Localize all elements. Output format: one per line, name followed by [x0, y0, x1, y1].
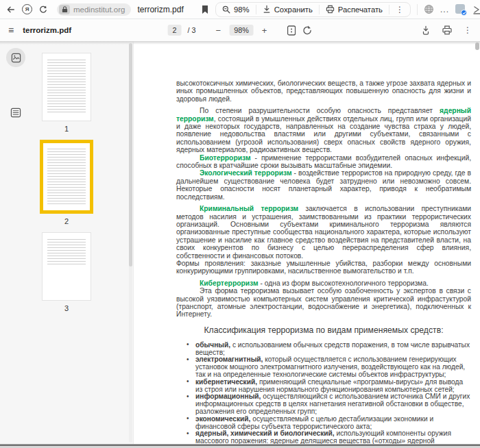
lock-icon — [62, 6, 68, 13]
outline-view-button[interactable] — [6, 103, 25, 122]
pdf-print-button[interactable] — [442, 25, 452, 35]
zoom-indicator-button[interactable]: 98% — [216, 3, 256, 16]
secure-lock-badge[interactable] — [59, 5, 70, 14]
bookmark-button[interactable] — [201, 5, 209, 14]
paragraph: Эта форма терроризма вызывает особую оза… — [176, 287, 471, 319]
text-segment: Биотерроризм — [200, 154, 251, 162]
pdf-download-button[interactable] — [421, 25, 431, 36]
domain-chip[interactable]: medinstitut.org — [57, 3, 131, 16]
page-actions-group: 98% Сохранить Распечатать ⋮ — [215, 2, 411, 17]
zoom-in-button[interactable]: + — [260, 25, 269, 36]
pdf-toolbar: ≡ terrorizm.pdf 2 / 3 − 98% + — [0, 19, 480, 41]
paragraph: Биотерроризм - применение террористами в… — [176, 154, 471, 170]
window-bottom-edge — [0, 444, 480, 448]
save-button[interactable]: Сохранить — [256, 3, 319, 16]
fit-page-button[interactable] — [287, 25, 296, 36]
extension-button[interactable] — [455, 4, 466, 14]
download-icon — [263, 5, 271, 14]
thumbnail-preview-lines — [47, 60, 86, 113]
rotate-icon — [302, 25, 312, 36]
browser-window: Я medinstitut.org terrorizm.pdf — [0, 0, 480, 448]
thumbnails-view-icon — [11, 53, 21, 63]
page-thumbnail[interactable] — [42, 53, 91, 121]
center-heading: Классификация терроризма по видам примен… — [176, 325, 471, 336]
pdf-menu-button[interactable]: ≡ — [8, 25, 14, 36]
text-segment: - одна из форм высокотехнологичного терр… — [259, 279, 429, 287]
bullet-item: экономический, осуществляемый с целью де… — [195, 416, 471, 431]
print-label: Распечатать — [338, 5, 383, 14]
paragraph: Формы проявления: заказные умышленные уб… — [176, 260, 471, 275]
fit-page-icon — [287, 25, 296, 36]
page-thumbnail[interactable] — [40, 140, 93, 214]
pdf-zoom-value[interactable]: 98% — [229, 25, 254, 36]
text-segment: обычный, — [195, 341, 230, 349]
bullet-item: электромагнитный, который осуществляется… — [195, 356, 471, 378]
save-label: Сохранить — [274, 5, 313, 14]
outline-view-icon — [10, 108, 21, 118]
pdf-content-area: 123 высокотоксичных химических, биологич… — [0, 41, 480, 448]
address-bar[interactable]: medinstitut.org terrorizm.pdf — [57, 3, 184, 16]
thumbnails-view-button[interactable] — [6, 48, 25, 67]
bookmark-flag-icon — [201, 5, 209, 14]
text-segment: ядерный, химический и биологический, — [195, 430, 335, 437]
text-segment: , состоящий в умышленных действиях отдел… — [176, 115, 471, 154]
magnifier-icon — [222, 5, 230, 14]
paragraph: Криминальный терроризм заключается в исп… — [176, 205, 471, 260]
pdf-page-view: высокотоксичных химических, биологически… — [134, 41, 480, 448]
thumbnail-wrap: 2 — [40, 140, 93, 232]
pdf-page-text: высокотоксичных химических, биологически… — [134, 41, 480, 448]
paragraph: высокотоксичных химических, биологически… — [176, 79, 471, 103]
refresh-icon — [38, 5, 48, 14]
text-segment: с использованием обычных средств поражен… — [195, 341, 470, 356]
text-segment: Экологический терроризм — [200, 169, 292, 177]
back-arrow-icon — [5, 5, 16, 14]
bullet-item: информационный, осуществляющийся с испол… — [195, 393, 471, 415]
text-segment: кибернетический, — [195, 378, 257, 386]
page-thumbnail[interactable] — [42, 232, 91, 301]
current-page-input[interactable]: 2 — [168, 25, 182, 36]
text-segment: заключается в использовании преступникам… — [176, 205, 471, 259]
sidebar-scrollbar-thumb[interactable] — [129, 43, 132, 266]
paragraph: Кибертерроризм - одна из форм высокотехн… — [176, 279, 471, 287]
rotate-button[interactable] — [302, 25, 312, 36]
sidebar-toggle-chevron-icon[interactable] — [472, 5, 480, 14]
refresh-button[interactable] — [38, 5, 48, 14]
pdf-printer-icon — [442, 25, 452, 35]
thumbnail-wrap: 3 — [42, 232, 91, 319]
thumbnail-page-number: 3 — [64, 304, 69, 312]
back-button[interactable] — [5, 5, 16, 14]
thumbnails-sidebar: 123 — [0, 41, 134, 448]
site-globe-button[interactable] — [424, 4, 434, 14]
print-button[interactable]: Распечатать — [320, 3, 389, 16]
pdf-more-button[interactable]: ⋮ — [464, 25, 472, 35]
toolbar-separator — [417, 4, 418, 15]
bullet-item: обычный, с использованием обычных средст… — [195, 342, 471, 357]
pdf-page-controls: 2 / 3 − 98% + — [168, 25, 313, 36]
text-segment: Формы проявления: заказные умышленные уб… — [176, 260, 471, 275]
paragraph: Экологический терроризм - воздействие те… — [176, 169, 471, 201]
more-extensions-button[interactable]: ... — [440, 5, 449, 14]
text-segment: Кибертерроризм — [200, 279, 259, 287]
text-segment: Эта форма терроризма вызывает особую оза… — [176, 287, 471, 318]
text-segment: По степени разрушительности особую опасн… — [200, 107, 440, 114]
printer-icon — [326, 5, 335, 14]
text-segment: электромагнитный, — [195, 356, 263, 363]
browser-toolbar: Я medinstitut.org terrorizm.pdf — [0, 0, 480, 19]
text-segment: информационный, — [195, 393, 261, 400]
zoom-out-button[interactable]: − — [214, 25, 224, 36]
thumbnail-page-number: 2 — [64, 217, 69, 225]
paragraph: По степени разрушительности особую опасн… — [176, 107, 471, 153]
bullet-list: обычный, с использованием обычных средст… — [176, 342, 471, 448]
thumbnail-preview-lines — [47, 239, 86, 265]
pdf-filename: terrorizm.pdf — [23, 26, 71, 34]
browser-logo-icon[interactable]: Я — [22, 4, 32, 14]
text-segment: экономический, — [195, 415, 250, 423]
page-scrollbar-thumb[interactable] — [475, 42, 479, 50]
extension-check-badge — [461, 10, 467, 16]
thumbnail-wrap: 1 — [42, 53, 91, 140]
actions-more-button[interactable]: ⋮ — [389, 3, 410, 16]
bullet-item: кибернетический, применяющий специальные… — [195, 379, 471, 394]
text-segment: высокотоксичных химических, биологически… — [176, 79, 471, 103]
sidebar-scrollbar[interactable] — [129, 43, 132, 443]
text-segment: Криминальный терроризм — [200, 205, 298, 212]
